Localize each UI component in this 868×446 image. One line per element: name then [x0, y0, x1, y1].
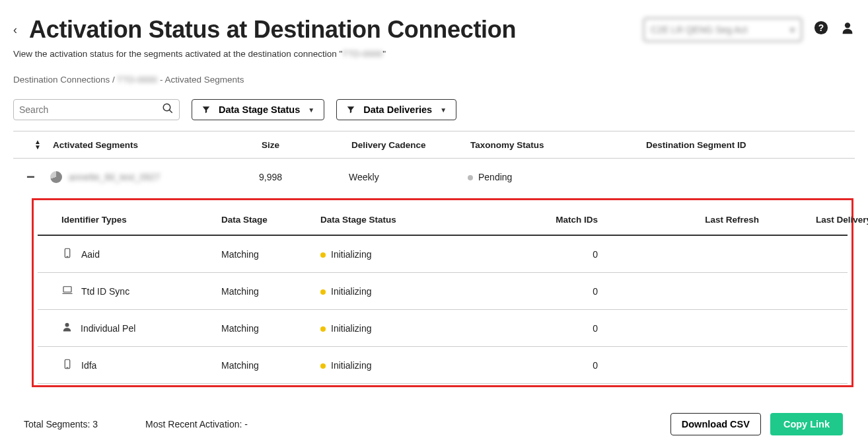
column-taxonomy-status[interactable]: Taxonomy Status	[468, 140, 643, 150]
svg-line-4	[169, 110, 172, 113]
match-ids: 0	[479, 249, 616, 260]
column-destination-segment-id[interactable]: Destination Segment ID	[643, 140, 842, 150]
table-row[interactable]: − annette_tbl_test_0927 9,998 Weekly Pen…	[13, 159, 855, 196]
svg-text:?: ?	[818, 23, 824, 33]
segment-name: annette_tbl_test_0927	[69, 172, 161, 182]
status-dot-icon	[320, 326, 326, 332]
column-delivery-cadence[interactable]: Delivery Cadence	[349, 140, 468, 150]
segment-cadence: Weekly	[349, 172, 468, 182]
chevron-down-icon: ▾	[790, 24, 795, 35]
detail-col-data-stage-status: Data Stage Status	[320, 215, 479, 225]
laptop-icon	[61, 284, 73, 298]
person-icon	[61, 321, 73, 336]
filter-data-stage-status-label: Data Stage Status	[219, 104, 300, 115]
chevron-down-icon: ▼	[440, 106, 447, 114]
identifier-type: Aaid	[81, 249, 100, 260]
collapse-row-button[interactable]: −	[13, 168, 50, 186]
segment-size: 9,998	[259, 172, 349, 182]
sort-toggle-icon[interactable]: ▲▼	[16, 139, 48, 150]
status-dot-icon	[320, 252, 326, 258]
phone-icon	[61, 358, 73, 372]
account-dropdown-label: C2E LR QENG Seg Act	[651, 24, 747, 35]
detail-col-identifier-types: Identifier Types	[61, 215, 221, 225]
data-stage: Matching	[221, 286, 320, 297]
data-stage-status: Initializing	[320, 286, 479, 297]
detail-row: IdfaMatchingInitializing0	[38, 347, 848, 384]
status-dot-icon	[320, 363, 326, 369]
column-activated-segments[interactable]: Activated Segments	[50, 140, 259, 150]
download-csv-button[interactable]: Download CSV	[670, 413, 761, 435]
status-dot-icon	[468, 175, 473, 180]
filter-data-deliveries-label: Data Deliveries	[363, 104, 432, 115]
search-input-wrapper[interactable]	[13, 99, 180, 120]
filter-data-deliveries-button[interactable]: Data Deliveries ▼	[336, 99, 456, 120]
chevron-down-icon: ▼	[308, 106, 314, 114]
detail-row: Individual PelMatchingInitializing0	[38, 310, 848, 347]
data-stage-status: Initializing	[320, 323, 479, 334]
breadcrumb-root[interactable]: Destination Connections	[13, 75, 110, 85]
segment-taxonomy-status: Pending	[468, 172, 643, 182]
page-title: Activation Status at Destination Connect…	[29, 16, 516, 44]
match-ids: 0	[479, 360, 616, 371]
column-size[interactable]: Size	[259, 140, 349, 150]
detail-row: AaidMatchingInitializing0	[38, 236, 848, 273]
segment-icon	[50, 171, 62, 183]
most-recent-activation-label: Most Recent Activation: -	[145, 419, 248, 429]
svg-point-9	[65, 322, 69, 326]
page-subtitle: View the activation status for the segme…	[0, 44, 868, 59]
total-segments-label: Total Segments: 3	[24, 419, 98, 429]
svg-rect-7	[63, 287, 71, 292]
detail-col-last-delivery: Last Delivery	[763, 215, 868, 225]
breadcrumb: Destination Connections / TTD-0000 - Act…	[0, 59, 868, 85]
identifier-type: Idfa	[81, 360, 96, 371]
detail-panel: Identifier Types Data Stage Data Stage S…	[32, 198, 853, 387]
detail-col-match-ids: Match IDs	[479, 215, 616, 225]
data-stage-status: Initializing	[320, 360, 479, 371]
svg-point-2	[845, 22, 850, 28]
detail-header: Identifier Types Data Stage Data Stage S…	[38, 204, 848, 236]
account-dropdown[interactable]: C2E LR QENG Seg Act ▾	[643, 18, 802, 42]
match-ids: 0	[479, 323, 616, 334]
detail-row: Ttd ID SyncMatchingInitializing0	[38, 273, 848, 310]
svg-point-3	[163, 104, 170, 111]
identifier-type: Ttd ID Sync	[81, 286, 129, 297]
status-dot-icon	[320, 289, 326, 295]
identifier-type: Individual Pel	[81, 323, 135, 334]
phone-icon	[61, 247, 73, 261]
filter-icon	[346, 105, 355, 114]
help-icon[interactable]: ?	[814, 20, 828, 39]
filter-data-stage-status-button[interactable]: Data Stage Status ▼	[192, 99, 324, 120]
data-stage: Matching	[221, 360, 320, 371]
detail-col-data-stage: Data Stage	[221, 215, 320, 225]
data-stage: Matching	[221, 323, 320, 334]
data-stage: Matching	[221, 249, 320, 260]
table-header: ▲▼ Activated Segments Size Delivery Cade…	[13, 131, 855, 159]
search-icon	[162, 102, 174, 118]
data-stage-status: Initializing	[320, 249, 479, 260]
detail-col-last-refresh: Last Refresh	[616, 215, 763, 225]
back-chevron-icon[interactable]: ‹	[13, 23, 21, 37]
filter-icon	[201, 105, 211, 114]
match-ids: 0	[479, 286, 616, 297]
search-input[interactable]	[19, 104, 162, 115]
copy-link-button[interactable]: Copy Link	[770, 413, 843, 435]
user-icon[interactable]	[840, 20, 855, 39]
